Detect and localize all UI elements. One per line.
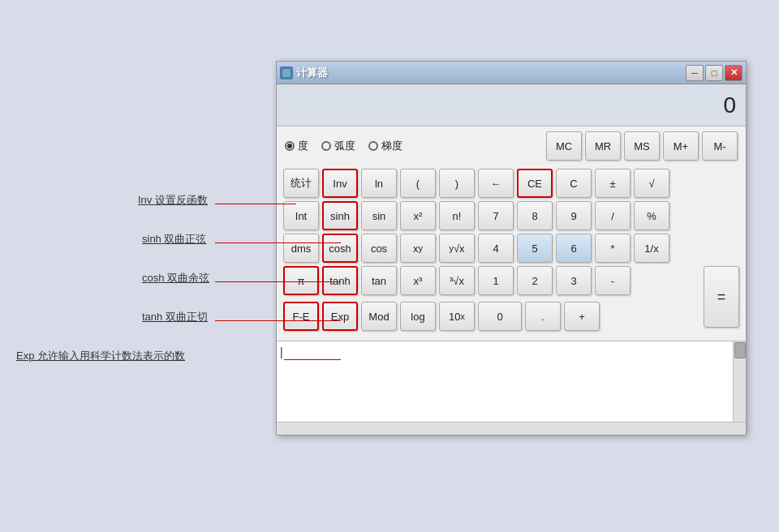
- mminus-button[interactable]: M-: [702, 131, 738, 161]
- radio-degree-circle[interactable]: [285, 141, 295, 151]
- sinh-button[interactable]: sinh: [322, 201, 358, 230]
- ce-button[interactable]: CE: [517, 169, 553, 198]
- annotation-exp: Exp 允许输入用科学计数法表示的数: [16, 349, 185, 363]
- pi-button[interactable]: π: [283, 266, 319, 295]
- radio-radian-label: 弧度: [334, 139, 355, 153]
- nine-button[interactable]: 9: [556, 201, 592, 230]
- multiply-button[interactable]: *: [595, 234, 631, 263]
- btn-row-5: F-E Exp Mod log 10x 0 . +: [283, 302, 700, 331]
- btn-row-1: 统计 Inv ln ( ) ← CE C ± √: [283, 169, 739, 198]
- radio-radian[interactable]: 弧度: [321, 139, 355, 153]
- minimize-button[interactable]: ─: [686, 65, 704, 81]
- three-button[interactable]: 3: [556, 266, 592, 295]
- display-value: 0: [723, 92, 736, 118]
- title-bar: 计算器 ─ □ ✕: [277, 62, 746, 84]
- history-scrollbar[interactable]: [733, 341, 746, 422]
- bottom-scroll-track[interactable]: [277, 423, 746, 435]
- annotation-cosh: cosh 双曲余弦: [142, 271, 209, 285]
- log-button[interactable]: log: [400, 302, 436, 331]
- xcube-button[interactable]: x³: [400, 266, 436, 295]
- cosh-button[interactable]: cosh: [322, 234, 358, 263]
- mplus-button[interactable]: M+: [663, 131, 699, 161]
- reciprocal-button[interactable]: 1/x: [634, 234, 669, 263]
- rows-with-equals: π tanh tan x³ ³√x 1 2 3 - F-E Exp Mod lo…: [283, 266, 739, 334]
- exp-button[interactable]: Exp: [322, 302, 358, 331]
- sqrt-button[interactable]: √: [634, 169, 669, 198]
- mode-row: 度 弧度 梯度 MC MR MS M+ M-: [277, 127, 746, 165]
- radio-degree[interactable]: 度: [285, 139, 308, 153]
- factorial-button[interactable]: n!: [439, 201, 475, 230]
- scrollbar-thumb[interactable]: [734, 342, 746, 358]
- one-button[interactable]: 1: [478, 266, 514, 295]
- cuberoot-button[interactable]: ³√x: [439, 266, 475, 295]
- four-button[interactable]: 4: [478, 234, 514, 263]
- mod-button[interactable]: Mod: [361, 302, 397, 331]
- cos-button[interactable]: cos: [361, 234, 397, 263]
- restore-button[interactable]: □: [705, 65, 723, 81]
- rparen-button[interactable]: ): [439, 169, 475, 198]
- backspace-button[interactable]: ←: [478, 169, 514, 198]
- btn-row-2: Int sinh sin x² n! 7 8 9 / %: [283, 201, 739, 230]
- app-icon: [280, 66, 293, 79]
- tanh-button[interactable]: tanh: [322, 266, 358, 295]
- history-area: |: [277, 341, 746, 422]
- title-bar-left: 计算器: [280, 66, 328, 80]
- five-button[interactable]: 5: [517, 234, 553, 263]
- display-area: 0: [277, 84, 746, 127]
- seven-button[interactable]: 7: [478, 201, 514, 230]
- eight-button[interactable]: 8: [517, 201, 553, 230]
- ln-button[interactable]: ln: [361, 169, 397, 198]
- btn-row-3: dms cosh cos xy y√x 4 5 6 * 1/x: [283, 234, 739, 263]
- svg-rect-0: [282, 69, 291, 77]
- dms-button[interactable]: dms: [283, 234, 319, 263]
- inv-button[interactable]: Inv: [322, 169, 358, 198]
- int-button[interactable]: Int: [283, 201, 319, 230]
- calculator-window: 计算器 ─ □ ✕ 0 度 弧度 梯度 MC MR MS M+ M-: [276, 61, 747, 435]
- two-button[interactable]: 2: [517, 266, 553, 295]
- title-bar-buttons: ─ □ ✕: [686, 65, 742, 81]
- radio-gradian[interactable]: 梯度: [368, 139, 402, 153]
- annotation-sinh: sinh 双曲正弦: [142, 232, 206, 247]
- annotation-tanh: tanh 双曲正切: [142, 310, 208, 324]
- radio-degree-label: 度: [298, 139, 308, 153]
- plusminus-button[interactable]: ±: [595, 169, 631, 198]
- close-button[interactable]: ✕: [725, 65, 742, 81]
- window-title: 计算器: [296, 66, 328, 80]
- ms-button[interactable]: MS: [624, 131, 660, 161]
- btn-row-4: π tanh tan x³ ³√x 1 2 3 -: [283, 266, 700, 295]
- history-cursor: |: [280, 345, 283, 358]
- minus-button[interactable]: -: [595, 266, 631, 295]
- keypad: 统计 Inv ln ( ) ← CE C ± √ Int sinh sin x²…: [277, 165, 746, 341]
- bottom-scrollbar[interactable]: [277, 422, 746, 435]
- annotation-inv: Inv 设置反函数: [138, 193, 208, 208]
- plus-button[interactable]: +: [564, 302, 600, 331]
- tan-button[interactable]: tan: [361, 266, 397, 295]
- xsq-button[interactable]: x²: [400, 201, 436, 230]
- c-button[interactable]: C: [556, 169, 592, 198]
- tenpow-button[interactable]: 10x: [439, 302, 475, 331]
- mr-button[interactable]: MR: [585, 131, 621, 161]
- yrooty-button[interactable]: y√x: [439, 234, 475, 263]
- zero-button[interactable]: 0: [478, 302, 522, 331]
- percent-button[interactable]: %: [634, 201, 669, 230]
- stat-button[interactable]: 统计: [283, 169, 319, 198]
- divide-button[interactable]: /: [595, 201, 631, 230]
- memory-buttons: MC MR MS M+ M-: [546, 131, 738, 161]
- equals-button[interactable]: =: [704, 266, 739, 328]
- radio-radian-circle[interactable]: [321, 141, 331, 151]
- radio-gradian-circle[interactable]: [368, 141, 378, 151]
- six-button[interactable]: 6: [556, 234, 592, 263]
- radio-gradian-label: 梯度: [381, 139, 402, 153]
- xpowy-button[interactable]: xy: [400, 234, 436, 263]
- dot-button[interactable]: .: [525, 302, 561, 331]
- mc-button[interactable]: MC: [546, 131, 582, 161]
- sin-button[interactable]: sin: [361, 201, 397, 230]
- fe-button[interactable]: F-E: [283, 302, 319, 331]
- btn-col-left: π tanh tan x³ ³√x 1 2 3 - F-E Exp Mod lo…: [283, 266, 700, 334]
- lparen-button[interactable]: (: [400, 169, 436, 198]
